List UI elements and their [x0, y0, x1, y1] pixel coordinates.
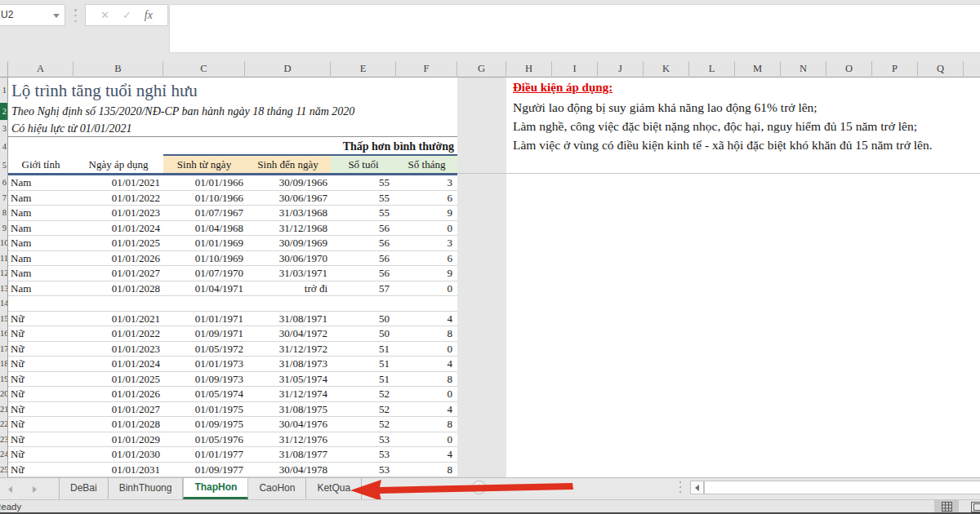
table-cell[interactable]: 31/03/1968: [245, 206, 331, 220]
row-header-10[interactable]: 10: [0, 236, 7, 251]
table-cell[interactable]: 01/01/2025: [74, 372, 163, 387]
column-header-cell[interactable]: Giới tính: [8, 156, 74, 173]
row-header-25[interactable]: 25: [0, 463, 7, 478]
column-header-cell[interactable]: Số tuổi: [331, 156, 396, 173]
table-cell[interactable]: 01/01/1969: [163, 236, 245, 250]
column-header-B[interactable]: B: [74, 61, 163, 78]
table-cell[interactable]: 01/05/1974: [163, 387, 245, 401]
table-cell[interactable]: 01/09/1973: [163, 372, 245, 387]
row-header-14[interactable]: 14: [0, 296, 7, 312]
table-cell[interactable]: [8, 296, 74, 311]
row-header-9[interactable]: 9: [0, 221, 7, 237]
formula-bar-handle[interactable]: [74, 9, 77, 22]
table-row[interactable]: Nữ01/01/202801/09/197530/04/1976528: [8, 417, 457, 432]
column-header-K[interactable]: K: [644, 61, 689, 78]
enter-icon[interactable]: ✓: [122, 9, 131, 22]
table-cell[interactable]: 01/10/1966: [163, 191, 245, 206]
table-row[interactable]: Nữ01/01/202601/05/197431/12/1974520: [8, 387, 457, 402]
table-cell[interactable]: Nam: [8, 266, 74, 281]
table-cell[interactable]: 01/10/1969: [163, 251, 245, 266]
row-header-16[interactable]: 16: [0, 326, 7, 342]
table-row[interactable]: Nữ01/01/202101/01/197131/08/1971504: [8, 312, 457, 327]
column-header-D[interactable]: D: [245, 61, 331, 78]
row-header-5[interactable]: 5: [0, 156, 7, 175]
column-header-N[interactable]: N: [781, 61, 826, 78]
table-cell[interactable]: [245, 296, 331, 311]
select-all-corner[interactable]: [0, 61, 8, 78]
table-cell[interactable]: Nam: [8, 236, 74, 250]
horizontal-scrollbar[interactable]: [704, 481, 980, 494]
row-header-4[interactable]: 4: [0, 137, 7, 156]
table-cell[interactable]: 31/08/1975: [245, 402, 331, 417]
table-cell[interactable]: 31/12/1974: [245, 387, 331, 401]
table-cell[interactable]: 01/04/1971: [163, 281, 245, 296]
table-row[interactable]: Nam01/01/202301/07/196731/03/1968559: [8, 206, 457, 221]
table-cell[interactable]: Nữ: [8, 432, 74, 447]
table-cell[interactable]: 3: [396, 236, 457, 250]
table-cell[interactable]: 4: [396, 312, 457, 326]
sheet-title-cell[interactable]: Lộ trình tăng tuổi nghỉ hưu: [11, 81, 198, 101]
table-row[interactable]: Nữ01/01/202701/01/197531/08/1975524: [8, 402, 457, 418]
sheet-effective-date-cell[interactable]: Có hiệu lực từ 01/01/2021: [11, 122, 132, 135]
table-cell[interactable]: 01/01/1966: [163, 175, 245, 190]
sheet-tab-ThapHon[interactable]: ThapHon: [183, 478, 248, 499]
table-cell[interactable]: 8: [396, 326, 457, 341]
tab-scroll-right-icon[interactable]: [33, 486, 37, 493]
table-cell[interactable]: Nam: [8, 221, 74, 236]
table-row[interactable]: Nam01/01/202801/04/1971trở đi570: [8, 281, 457, 297]
table-cell[interactable]: 01/01/2031: [74, 463, 163, 477]
table-cell[interactable]: 55: [331, 175, 396, 190]
table-cell[interactable]: 31/12/1972: [245, 342, 331, 357]
table-cell[interactable]: 0: [396, 387, 457, 401]
table-cell[interactable]: 01/01/2024: [74, 357, 163, 371]
table-cell[interactable]: 52: [331, 402, 396, 417]
table-cell[interactable]: 8: [396, 463, 457, 477]
sheet-tab-CaoHon[interactable]: CaoHon: [248, 478, 306, 499]
table-group-header[interactable]: Thấp hơn bình thường: [8, 137, 457, 156]
table-cell[interactable]: 01/01/2025: [74, 236, 163, 250]
table-cell[interactable]: 51: [331, 342, 396, 357]
table-cell[interactable]: 55: [331, 206, 396, 220]
table-cell[interactable]: 57: [331, 281, 396, 296]
table-cell[interactable]: 31/12/1968: [245, 221, 331, 236]
table-cell[interactable]: 55: [331, 191, 396, 206]
formula-bar-input[interactable]: [169, 4, 980, 53]
insert-function-icon[interactable]: fx: [145, 9, 153, 22]
sheet-tab-DeBai[interactable]: DeBai: [59, 478, 109, 499]
row-header-1[interactable]: 1: [0, 78, 7, 103]
row-header-7[interactable]: 7: [0, 191, 7, 206]
row-header-18[interactable]: 18: [0, 357, 7, 372]
table-cell[interactable]: 01/01/2023: [74, 206, 163, 220]
table-cell[interactable]: 30/06/1967: [245, 191, 331, 206]
table-cell[interactable]: 50: [331, 326, 396, 341]
table-cell[interactable]: [74, 296, 163, 311]
table-cell[interactable]: 4: [396, 357, 457, 371]
table-row[interactable]: Nam01/01/202701/07/197031/03/1971569: [8, 266, 457, 281]
table-cell[interactable]: 56: [331, 251, 396, 266]
table-cell[interactable]: [163, 296, 245, 311]
table-cell[interactable]: 01/01/2029: [74, 432, 163, 447]
column-header-L[interactable]: L: [689, 61, 735, 78]
table-cell[interactable]: Nữ: [8, 402, 74, 417]
table-row[interactable]: Nữ01/01/202501/09/197331/05/1974518: [8, 372, 457, 388]
table-cell[interactable]: 01/07/1967: [163, 206, 245, 220]
table-row[interactable]: Nữ01/01/203001/01/197731/08/1977534: [8, 447, 457, 463]
table-cell[interactable]: 30/04/1976: [245, 417, 331, 432]
table-cell[interactable]: 31/08/1973: [245, 357, 331, 371]
table-cell[interactable]: 01/05/1976: [163, 432, 245, 447]
table-cell[interactable]: 31/05/1974: [245, 372, 331, 387]
hscroll-left-button[interactable]: [690, 481, 704, 494]
table-cell[interactable]: 30/06/1970: [245, 251, 331, 266]
table-cell[interactable]: Nữ: [8, 417, 74, 432]
row-header-24[interactable]: 24: [0, 447, 7, 463]
table-cell[interactable]: 01/01/2022: [74, 191, 163, 206]
column-header-G[interactable]: G: [457, 61, 506, 78]
table-cell[interactable]: Nam: [8, 251, 74, 266]
table-cell[interactable]: 01/09/1975: [163, 417, 245, 432]
table-cell[interactable]: 0: [396, 342, 457, 357]
name-box-dropdown-icon[interactable]: [53, 14, 60, 18]
table-cell[interactable]: 31/08/1971: [245, 312, 331, 326]
table-cell[interactable]: 01/01/2023: [74, 342, 163, 357]
table-cell[interactable]: 30/09/1966: [245, 175, 331, 190]
column-header-Q[interactable]: Q: [918, 61, 964, 78]
